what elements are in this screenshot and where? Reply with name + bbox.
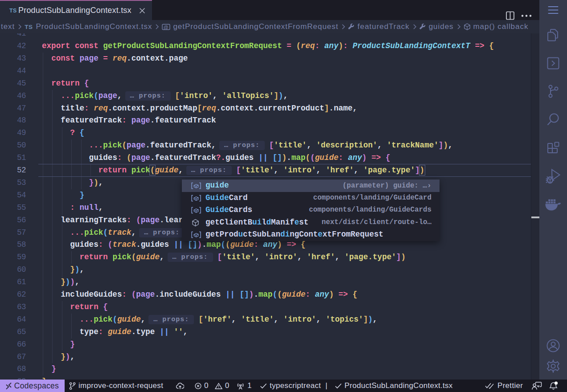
svg-text:@: @ <box>164 24 168 29</box>
